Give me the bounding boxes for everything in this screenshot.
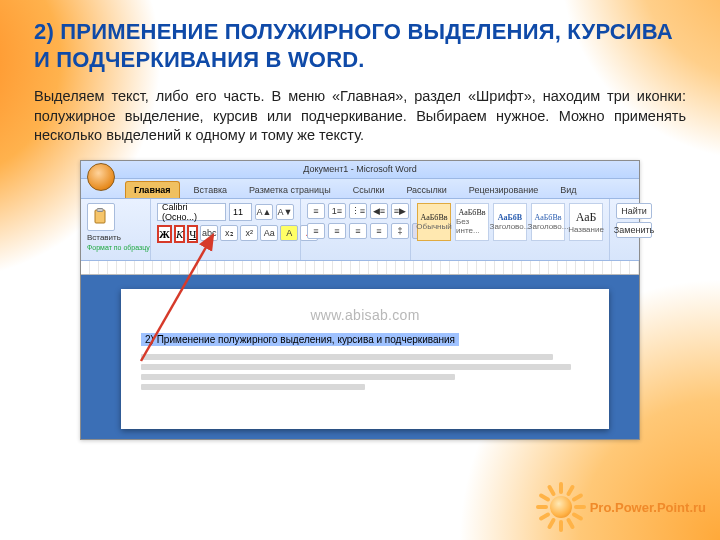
- word-title-bar: Документ1 - Microsoft Word: [81, 161, 639, 179]
- text-effect-button[interactable]: Aa: [260, 225, 278, 241]
- grow-font-button[interactable]: A▲: [255, 204, 273, 220]
- format-painter-label[interactable]: Формат по образцу: [87, 244, 144, 251]
- find-button[interactable]: Найти: [616, 203, 652, 219]
- align-center-button[interactable]: ≡: [328, 223, 346, 239]
- numbering-button[interactable]: 1≡: [328, 203, 346, 219]
- strikethrough-button[interactable]: abc: [200, 225, 218, 241]
- horizontal-ruler: [81, 261, 639, 275]
- selected-heading: 2) Применение полужирного выделения, кур…: [141, 333, 459, 346]
- tab-references[interactable]: Ссылки: [345, 182, 393, 198]
- word-title-text: Документ1 - Microsoft Word: [303, 164, 416, 174]
- style-heading1[interactable]: АаБбВЗаголово...: [493, 203, 527, 241]
- replace-button[interactable]: Заменить: [616, 222, 652, 238]
- word-screenshot: Документ1 - Microsoft Word Главная Встав…: [80, 160, 640, 440]
- superscript-button[interactable]: x²: [240, 225, 258, 241]
- slide-footer: Pro.Power.Point.ru: [538, 484, 706, 530]
- document-area: www.abisab.com 2) Применение полужирного…: [81, 275, 639, 439]
- blurred-body-text: [141, 354, 589, 390]
- style-nospacing[interactable]: АаБбВвБез инте...: [455, 203, 489, 241]
- document-page: www.abisab.com 2) Применение полужирного…: [121, 289, 609, 429]
- tab-insert[interactable]: Вставка: [186, 182, 235, 198]
- tab-layout[interactable]: Разметка страницы: [241, 182, 339, 198]
- style-heading2[interactable]: АаБбВвЗаголово...: [531, 203, 565, 241]
- style-normal[interactable]: АаБбВвОбычный: [417, 203, 451, 241]
- office-button[interactable]: [87, 163, 115, 191]
- tab-view[interactable]: Вид: [552, 182, 584, 198]
- sun-icon: [538, 484, 584, 530]
- justify-button[interactable]: ≡: [370, 223, 388, 239]
- underline-button[interactable]: Ч: [187, 225, 198, 243]
- slide-paragraph: Выделяем текст, либо его часть. В меню «…: [34, 87, 686, 146]
- ribbon-tabs: Главная Вставка Разметка страницы Ссылки…: [81, 179, 639, 199]
- paste-button[interactable]: [87, 203, 115, 231]
- highlight-button[interactable]: A: [280, 225, 298, 241]
- shrink-font-button[interactable]: A▼: [276, 204, 294, 220]
- style-title[interactable]: АаБНазвание: [569, 203, 603, 241]
- tab-mailings[interactable]: Рассылки: [398, 182, 454, 198]
- italic-button[interactable]: К: [174, 225, 185, 243]
- align-right-button[interactable]: ≡: [349, 223, 367, 239]
- font-family-select[interactable]: Calibri (Осно...): [157, 203, 226, 221]
- biu-group: Ж К Ч abc x₂ x² Aa A A: [157, 225, 294, 243]
- multilevel-button[interactable]: ⋮≡: [349, 203, 367, 219]
- indent-dec-button[interactable]: ◀≡: [370, 203, 388, 219]
- tab-home[interactable]: Главная: [125, 181, 180, 198]
- paste-label: Вставить: [87, 233, 144, 242]
- indent-inc-button[interactable]: ≡▶: [391, 203, 409, 219]
- align-left-button[interactable]: ≡: [307, 223, 325, 239]
- font-size-select[interactable]: 11: [229, 203, 252, 221]
- bold-button[interactable]: Ж: [157, 225, 172, 243]
- ribbon: Вставить Формат по образцу Calibri (Осно…: [81, 199, 639, 261]
- subscript-button[interactable]: x₂: [220, 225, 238, 241]
- slide-heading: 2) ПРИМЕНЕНИЕ ПОЛУЖИРНОГО ВЫДЕЛЕНИЯ, КУР…: [34, 18, 686, 73]
- tab-review[interactable]: Рецензирование: [461, 182, 547, 198]
- svg-rect-1: [97, 208, 103, 211]
- line-spacing-button[interactable]: ‡: [391, 223, 409, 239]
- bullets-button[interactable]: ≡: [307, 203, 325, 219]
- footer-brand: Pro.Power.Point.ru: [590, 500, 706, 515]
- watermark-text: www.abisab.com: [141, 307, 589, 323]
